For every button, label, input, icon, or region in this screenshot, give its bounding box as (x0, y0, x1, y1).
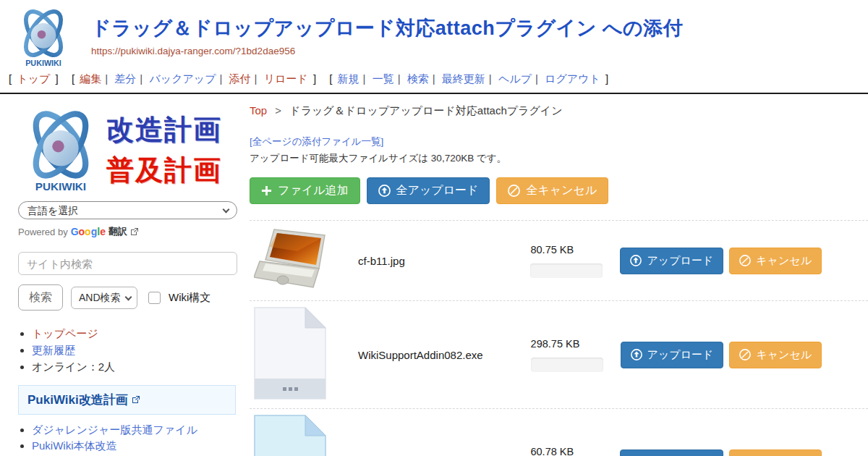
list-item: トップページ (32, 326, 239, 342)
banner-fukyu-text: 普及計画 (106, 150, 222, 190)
list-item: オンライン：2人 (32, 359, 239, 375)
file-size: 298.75 KB (531, 338, 621, 350)
circle-arrow-up-icon (378, 185, 391, 197)
site-search-input[interactable] (18, 252, 237, 275)
file-row: cf-b11.jpg 80.75 KB アップロード キャンセル (250, 220, 868, 300)
upload-progress-bar (531, 358, 603, 372)
cancel-button[interactable]: キャンセル (729, 449, 822, 456)
online-count: オンライン：2人 (32, 360, 115, 373)
sidebar-link-top-page[interactable]: トップページ (32, 327, 98, 339)
breadcrumb: Top > ドラッグ＆ドロップアップロード対応attachプラグイン (250, 104, 868, 118)
nav-group-top: [ トップ ] (9, 72, 59, 85)
upload-toolbar: ファイル追加 全アップロード 全キャンセル (250, 177, 868, 204)
page-title: ドラッグ＆ドロップアップロード対応attachプラグイン への添付 (91, 16, 683, 41)
file-name: cf-b11.jpg (358, 255, 482, 267)
sidebar-plugin-links: ダジャレンジャー版共通ファイル PukiWiki本体改造 PukiWikiテキス… (32, 422, 239, 456)
cancel-button[interactable]: キャンセル (729, 248, 822, 274)
banner-kaizo-text: 改造計画 (106, 109, 222, 150)
upload-button[interactable]: アップロード (621, 342, 724, 368)
add-files-button[interactable]: ファイル追加 (250, 177, 360, 204)
translate-label: 翻訳 (109, 225, 127, 238)
circle-arrow-up-icon (631, 349, 642, 360)
nav-group-page-actions: [ 編集| 差分| バックアップ| 添付| リロード ] (72, 72, 316, 85)
circle-arrow-up-icon (630, 255, 642, 266)
breadcrumb-current: ドラッグ＆ドロップアップロード対応attachプラグイン (289, 104, 562, 117)
pukiwiki-atom-logo-small: PUKIWIKI (18, 106, 103, 194)
breadcrumb-root-link[interactable]: Top (250, 104, 267, 117)
html-code-file-icon: </> (254, 415, 326, 456)
generic-file-icon (254, 307, 326, 400)
sidebar-quick-links: トップページ 更新履歴 オンライン：2人 (32, 326, 239, 376)
file-row: </> contents.html 60.78 KB アップロード キャンセル (250, 408, 868, 456)
nav-link-logout[interactable]: ログアウト (545, 72, 600, 85)
nav-link-help[interactable]: ヘルプ (498, 72, 532, 85)
nav-link-edit[interactable]: 編集 (80, 72, 101, 85)
sidebar-link-history[interactable]: 更新履歴 (32, 344, 75, 356)
ban-circle-icon (739, 255, 751, 266)
upload-progress-bar (530, 263, 603, 278)
pukiwiki-atom-logo[interactable]: PUKIWIKI (13, 6, 74, 68)
external-link-icon (130, 227, 139, 236)
max-upload-size-text: アップロード可能最大ファイルサイズは 30,720KB です。 (250, 152, 868, 165)
wiki-syntax-checkbox[interactable] (148, 292, 161, 304)
file-row: WikiSupportAddin082.exe 298.75 KB アップロード… (250, 300, 868, 408)
sidebar: PUKIWIKI 改造計画 普及計画 言語を選択 Powered by Goog… (0, 94, 239, 456)
nav-link-list[interactable]: 一覧 (373, 72, 394, 85)
upload-all-button[interactable]: 全アップロード (367, 177, 490, 204)
breadcrumb-separator: > (275, 104, 281, 117)
list-item: PukiWiki本体改造 (32, 438, 239, 454)
nav-link-recent[interactable]: 最終更新 (442, 72, 485, 85)
sidebar-section-heading[interactable]: PukiWiki改造計画 (18, 385, 236, 415)
all-pages-attach-list-link[interactable]: [全ページの添付ファイル一覧] (250, 135, 383, 148)
file-size: 80.75 KB (530, 244, 620, 256)
page-url[interactable]: https://pukiwiki.dajya-ranger.com/?1bd2d… (91, 46, 683, 56)
list-item: 更新履歴 (32, 342, 239, 358)
nav-link-top[interactable]: トップ (17, 72, 50, 85)
google-translate-attribution[interactable]: Powered by Google 翻訳 (18, 225, 239, 238)
nav-link-backup[interactable]: バックアップ (149, 72, 216, 85)
nav-link-reload[interactable]: リロード (264, 72, 308, 85)
upload-button[interactable]: アップロード (620, 248, 723, 274)
top-navbar: [ トップ ] [ 編集| 差分| バックアップ| 添付| リロード ] [ 新… (0, 69, 868, 94)
wiki-syntax-label: Wiki構文 (169, 291, 210, 305)
nav-link-search[interactable]: 検索 (407, 72, 429, 85)
plus-icon (261, 185, 272, 196)
svg-text:</>: </> (256, 452, 324, 456)
nav-link-diff[interactable]: 差分 (114, 72, 136, 85)
ban-circle-icon (508, 185, 520, 197)
pukiwiki-logo-text: PUKIWIKI (25, 59, 61, 67)
file-name: WikiSupportAddin082.exe (358, 349, 483, 361)
nav-link-new[interactable]: 新規 (338, 72, 359, 85)
external-link-icon (132, 395, 140, 404)
laptop-photo-thumbnail (254, 227, 331, 292)
cancel-all-button[interactable]: 全キャンセル (496, 177, 608, 204)
main-content: Top > ドラッグ＆ドロップアップロード対応attachプラグイン [全ページ… (239, 94, 868, 456)
ban-circle-icon (739, 349, 751, 360)
google-logo: Google (71, 226, 106, 237)
sidebar-banner-link[interactable]: PUKIWIKI 改造計画 普及計画 (18, 106, 239, 194)
file-size: 60.78 KB (530, 446, 620, 456)
nav-group-site-actions: [ 新規| 一覧| 検索| 最終更新| ヘルプ| ログアウト ] (329, 72, 608, 85)
nav-link-attach[interactable]: 添付 (229, 72, 251, 85)
sidebar-link-core-mods[interactable]: PukiWiki本体改造 (32, 439, 117, 452)
sidebar-link-common-files[interactable]: ダジャレンジャー版共通ファイル (32, 423, 197, 436)
language-select[interactable]: 言語を選択 (18, 201, 237, 219)
search-mode-select[interactable]: AND検索 (71, 287, 137, 309)
page-header: PUKIWIKI ドラッグ＆ドロップアップロード対応attachプラグイン への… (0, 0, 868, 69)
search-button[interactable]: 検索 (18, 284, 63, 311)
upload-button[interactable]: アップロード (620, 449, 723, 456)
cancel-button[interactable]: キャンセル (729, 342, 822, 368)
svg-text:PUKIWIKI: PUKIWIKI (35, 180, 86, 193)
list-item: ダジャレンジャー版共通ファイル (32, 422, 239, 438)
